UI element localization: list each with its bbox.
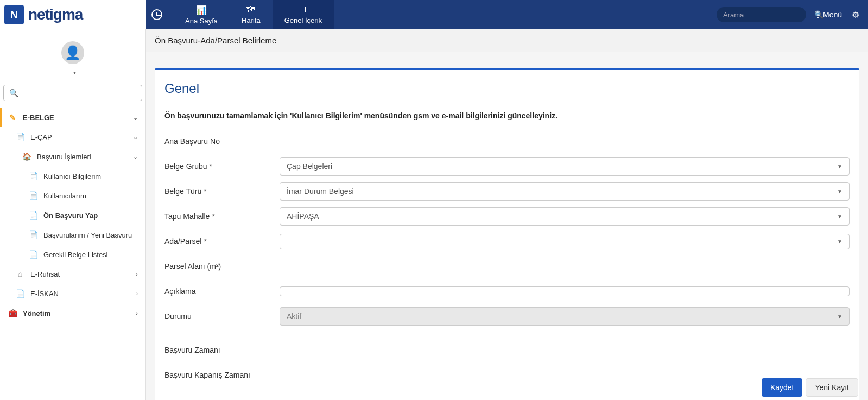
avatar[interactable]: 👤 (61, 41, 84, 64)
chart-icon: 📊 (196, 5, 207, 15)
logo-area: N netigma (0, 0, 146, 29)
select-tapu-mahalle[interactable]: AHİPAŞA ▼ (280, 207, 850, 226)
tree-item-icon: 📄 (28, 211, 38, 220)
map-icon: 🗺 (246, 5, 255, 15)
tree-item-icon: 📄 (28, 250, 38, 259)
sidebar-item-3[interactable]: 📄Kullanıcı Bilgilerim (0, 166, 145, 186)
sidebar-item-10[interactable]: 🧰Yönetim› (0, 303, 145, 323)
chevron-down-icon: ⌄ (133, 134, 138, 141)
tree-item-icon: 📄 (15, 133, 25, 141)
tree-item-label: Başvurularım / Yeni Başvuru (43, 231, 132, 239)
select-belge-grubu[interactable]: Çap Belgeleri ▼ (280, 157, 850, 176)
action-bar: Kaydet Yeni Kayıt (146, 378, 868, 400)
select-value: AHİPAŞA (287, 212, 319, 221)
tree-item-label: E-ÇAP (30, 133, 52, 141)
tree-item-icon: 📄 (28, 172, 38, 180)
search-icon: 🔍 (9, 89, 18, 97)
tree-item-icon: ✎ (8, 113, 17, 122)
label-belge-turu: Belge Türü * (164, 187, 280, 196)
logo-icon: N (4, 5, 24, 24)
label-ana-basvuru-no: Ana Başvuru No (164, 137, 280, 146)
label-parsel-alani: Parsel Alanı (m²) (164, 262, 280, 271)
tab-home[interactable]: 📊 Ana Sayfa (173, 0, 230, 29)
input-aciklama[interactable] (280, 286, 850, 296)
select-durumu: Aktif ▼ (280, 307, 850, 326)
tree-item-label: Yönetim (23, 309, 50, 317)
select-value: Çap Belgeleri (287, 162, 332, 171)
chevron-down-icon: ▼ (837, 214, 842, 220)
chevron-down-icon: ▼ (837, 314, 842, 320)
chevron-down-icon: ▼ (837, 239, 842, 245)
chevron-down-icon: ⌄ (133, 114, 138, 121)
sidebar-item-7[interactable]: 📄Gerekli Belge Listesi (0, 245, 145, 264)
app-name: netigma (28, 6, 83, 23)
tree-item-icon: 📄 (15, 289, 25, 298)
select-value: Aktif (287, 312, 301, 321)
select-belge-turu[interactable]: İmar Durum Belgesi ▼ (280, 182, 850, 201)
label-belge-grubu: Belge Grubu * (164, 162, 280, 171)
breadcrumb: Ön Başvuru-Ada/Parsel Belirleme (146, 29, 868, 52)
tree-item-icon: 📄 (28, 230, 38, 239)
label-ada-parsel: Ada/Parsel * (164, 237, 280, 246)
chevron-down-icon: ▼ (837, 164, 842, 170)
chevron-right-icon: › (136, 271, 138, 277)
sidebar-search[interactable]: 🔍 (3, 85, 142, 101)
chevron-right-icon: › (136, 310, 138, 316)
sidebar-item-0[interactable]: ✎E-BELGE⌄ (0, 108, 145, 127)
sidebar-item-6[interactable]: 📄Başvurularım / Yeni Başvuru (0, 225, 145, 245)
sidebar-item-4[interactable]: 📄Kullanıcılarım (0, 186, 145, 205)
form-panel: Genel Ön başvurunuzu tamamlamak için 'Ku… (155, 68, 859, 400)
history-icon[interactable] (151, 9, 162, 20)
sidebar-item-8[interactable]: ⌂E-Ruhsat› (0, 264, 145, 284)
tab-label: Harita (242, 16, 261, 24)
label-durumu: Durumu (164, 312, 280, 321)
sidebar-item-9[interactable]: 📄E-İSKAN› (0, 284, 145, 303)
tab-label: Genel İçerik (284, 16, 322, 24)
sidebar: 👤 🔍 ✎E-BELGE⌄📄E-ÇAP⌄🏠Başvuru İşlemleri⌄📄… (0, 29, 146, 400)
nav-tree: ✎E-BELGE⌄📄E-ÇAP⌄🏠Başvuru İşlemleri⌄📄Kull… (0, 105, 145, 325)
tree-item-icon: ⌂ (15, 270, 25, 278)
sidebar-item-1[interactable]: 📄E-ÇAP⌄ (0, 127, 145, 147)
tree-item-icon: 🏠 (22, 152, 31, 161)
tree-item-icon: 🧰 (8, 309, 17, 317)
select-ada-parsel[interactable]: ▼ (280, 234, 850, 249)
panel-title: Genel (164, 81, 850, 96)
nav-tabs: 📊 Ana Sayfa 🗺 Harita 🖥 Genel İçerik (173, 0, 334, 29)
tree-item-icon: 📄 (28, 191, 38, 200)
menu-button[interactable]: Menü (817, 10, 842, 19)
search-top[interactable]: 🔍 (717, 7, 806, 22)
chevron-down-icon: ⌄ (133, 153, 138, 160)
label-aciklama: Açıklama (164, 287, 280, 296)
tree-item-label: Kullanıcı Bilgilerim (43, 172, 101, 180)
chevron-right-icon: › (136, 290, 138, 297)
gear-icon: ⚙ (852, 10, 859, 20)
tab-label: Ana Sayfa (185, 17, 218, 25)
tree-item-label: Gerekli Belge Listesi (43, 251, 108, 259)
user-dropdown[interactable] (69, 68, 76, 76)
tree-item-label: E-Ruhsat (30, 270, 60, 278)
tree-item-label: Ön Başvuru Yap (43, 211, 98, 220)
tree-item-label: E-BELGE (23, 114, 54, 122)
tree-item-label: Kullanıcılarım (43, 192, 86, 200)
search-input[interactable] (723, 11, 814, 19)
new-record-button[interactable]: Yeni Kayıt (806, 378, 858, 397)
avatar-area: 👤 (0, 29, 145, 80)
sidebar-search-input[interactable] (22, 89, 136, 97)
dots-icon (817, 11, 819, 18)
monitor-icon: 🖥 (299, 5, 307, 15)
tree-item-label: Başvuru İşlemleri (37, 153, 91, 161)
tab-map[interactable]: 🗺 Harita (230, 0, 273, 29)
menu-label: Menü (823, 10, 842, 19)
tree-item-label: E-İSKAN (30, 290, 59, 298)
info-text: Ön başvurunuzu tamamlamak için 'Kullanıc… (164, 111, 850, 120)
label-basvuru-zamani: Başvuru Zamanı (164, 346, 280, 354)
save-button[interactable]: Kaydet (762, 378, 803, 397)
select-value: İmar Durum Belgesi (287, 187, 354, 196)
sidebar-item-5[interactable]: 📄Ön Başvuru Yap (0, 205, 145, 225)
chevron-down-icon: ▼ (837, 189, 842, 195)
settings-button[interactable]: ⚙ (852, 10, 859, 20)
label-tapu-mahalle: Tapu Mahalle * (164, 212, 280, 221)
tab-content[interactable]: 🖥 Genel İçerik (273, 0, 334, 29)
sidebar-item-2[interactable]: 🏠Başvuru İşlemleri⌄ (0, 147, 145, 166)
